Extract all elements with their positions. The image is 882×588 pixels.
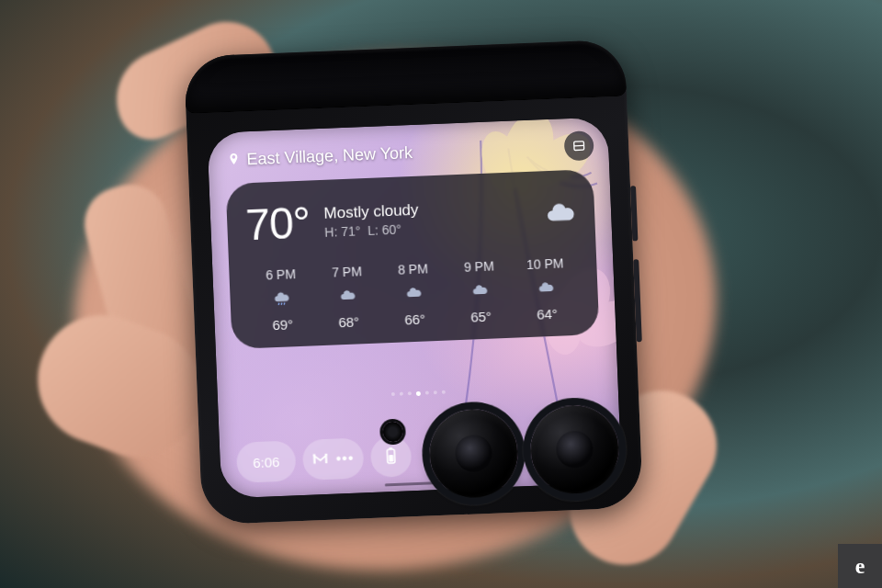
hour-temp: 68° xyxy=(338,313,359,330)
cloud-icon xyxy=(544,196,576,228)
hour-time: 8 PM xyxy=(398,261,428,277)
panels-button[interactable] xyxy=(564,130,594,161)
svg-line-8 xyxy=(278,303,279,305)
cloud-icon xyxy=(537,280,555,298)
page-dot xyxy=(407,391,411,395)
page-dot xyxy=(441,390,445,394)
hour-time: 9 PM xyxy=(464,258,494,274)
hour-time: 7 PM xyxy=(332,264,362,279)
hour-temp: 66° xyxy=(404,311,425,328)
cloud-icon xyxy=(339,288,356,306)
high-low: H: 71° L: 60° xyxy=(324,220,420,239)
current-temp: 70° xyxy=(244,198,311,251)
location-label[interactable]: East Village, New York xyxy=(226,142,413,169)
page-dot xyxy=(424,390,428,394)
hourly-forecast: 6 PM 69° 7 PM 68° 8 PM 66° 9 xyxy=(247,255,581,334)
hour-temp: 65° xyxy=(470,309,492,325)
cloud-icon xyxy=(471,283,489,300)
time-text: 6:06 xyxy=(253,454,280,470)
hour-slot: 9 PM 65° xyxy=(446,258,514,326)
location-text: East Village, New York xyxy=(246,142,413,168)
hour-slot: 8 PM 66° xyxy=(379,261,448,329)
hour-slot: 6 PM 69° xyxy=(247,266,316,334)
hour-slot: 10 PM 64° xyxy=(512,255,581,323)
notifications-pill[interactable]: ••• xyxy=(302,437,365,481)
hour-temp: 69° xyxy=(272,316,293,333)
page-dot xyxy=(390,392,394,396)
gmail-icon xyxy=(311,451,329,468)
battery-pill[interactable] xyxy=(370,435,413,478)
svg-rect-12 xyxy=(389,447,392,449)
more-icon: ••• xyxy=(335,450,355,468)
hour-temp: 64° xyxy=(537,306,558,322)
page-dot xyxy=(399,392,402,396)
location-pin-icon xyxy=(226,152,242,167)
panels-icon xyxy=(571,138,587,153)
cloud-rain-icon xyxy=(273,290,290,308)
clock-pill[interactable]: 6:06 xyxy=(236,440,297,483)
phone-body: East Village, New York 70° Mostly cloudy… xyxy=(184,40,643,526)
hour-time: 10 PM xyxy=(526,255,564,272)
hour-time: 6 PM xyxy=(266,266,296,282)
page-dot-active xyxy=(415,391,420,396)
page-dot xyxy=(433,390,436,394)
weather-widget[interactable]: 70° Mostly cloudy H: 71° L: 60° 6 PM xyxy=(226,169,600,349)
cloud-icon xyxy=(405,286,423,303)
svg-line-10 xyxy=(284,302,285,304)
svg-line-9 xyxy=(281,303,282,305)
svg-rect-13 xyxy=(389,455,393,462)
watermark-logo: e xyxy=(838,544,882,588)
battery-icon xyxy=(384,446,398,468)
condition-text: Mostly cloudy xyxy=(323,200,419,222)
hour-slot: 7 PM 68° xyxy=(313,263,382,331)
